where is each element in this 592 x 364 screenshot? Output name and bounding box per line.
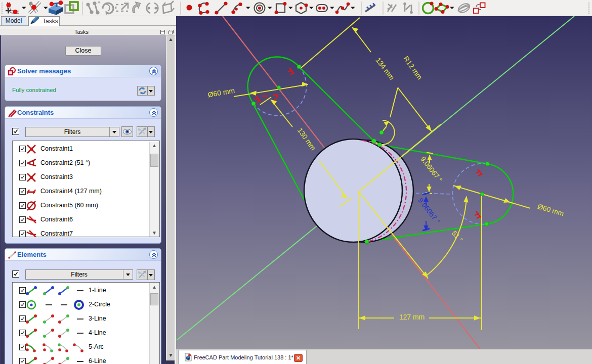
svg-text:127 mm: 127 mm xyxy=(399,313,425,321)
svg-text:Tasks: Tasks xyxy=(43,18,58,25)
